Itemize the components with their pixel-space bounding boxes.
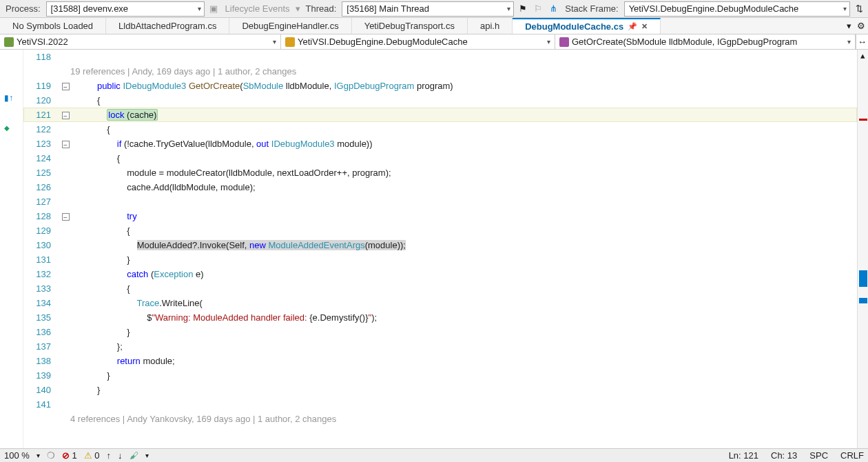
line-number: 124 [23,151,58,165]
cleanup-icon[interactable]: 🖌 [130,450,138,461]
line-number: 122 [23,122,58,137]
nav-member-value: GetOrCreate(SbModule lldbModule, IGgpDeb… [572,37,797,47]
zoom-caret-icon[interactable]: ▾ [37,452,40,459]
flag-icon[interactable]: ⚑ [517,3,529,15]
pin-icon[interactable]: 📌 [628,22,637,31]
warning-icon: ⚠ [84,450,92,461]
line-number: 138 [23,354,58,368]
line-number: 123 [23,137,58,151]
line-number: 118 [23,50,58,64]
line-number: 119 [23,79,58,93]
selection: ModuleAdded?.Invoke(Self, new ModuleAdde… [137,240,406,250]
nav-down-icon[interactable]: ↓ [118,450,123,461]
cleanup-caret-icon[interactable]: ▾ [145,452,149,459]
fold-toggle[interactable] [58,137,74,151]
viewport-marker[interactable] [859,270,867,287]
fold-toggle[interactable] [58,79,74,93]
stackframe-value: YetiVSI.DebugEngine.DebugModuleCache [629,3,799,14]
line-number: 131 [23,252,58,267]
glyph-margin: ▮↑ ◆ [0,50,23,448]
method-icon [559,37,569,47]
highlighted-symbol: lock (cache) [107,109,158,121]
codelens-info[interactable]: 4 references | Andy Yankovsky, 169 days … [70,412,336,426]
line-number: 135 [23,310,58,325]
flag-outline-icon: ⚐ [532,3,544,15]
nav-class-value: YetiVSI.DebugEngine.DebugModuleCache [298,37,468,47]
process-dropdown[interactable]: [31588] devenv.exe [46,1,205,17]
caret-marker [859,298,867,303]
nav-member-dropdown[interactable]: GetOrCreate(SbModule lldbModule, IGgpDeb… [555,34,856,49]
line-number: 128 [23,209,58,223]
thread-dropdown[interactable]: [35168] Main Thread [342,1,514,17]
line-number: 129 [23,223,58,238]
error-marker[interactable] [859,119,867,121]
zoom-level[interactable]: 100 % [4,450,30,461]
document-tabstrip: No Symbols Loaded LldbAttachedProgram.cs… [0,18,868,34]
line-number: 130 [23,238,58,252]
show-threads-icon[interactable]: ⋔ [547,3,559,15]
error-icon: ⊘ [62,450,70,461]
class-icon [285,37,295,47]
bookmark-icon: ◆ [4,124,10,132]
line-number: 140 [23,383,58,397]
tab-yetidebugtransport[interactable]: YetiDebugTransport.cs [352,18,468,34]
overview-ruler[interactable]: ▴ [857,50,868,448]
line-number: 132 [23,267,58,281]
csharp-project-icon [4,37,14,47]
window-options-icon[interactable]: ⚙ [854,18,868,34]
lifecycle-icon: ▣ [207,3,220,15]
warning-count[interactable]: ⚠ 0 [84,450,100,461]
code-area[interactable]: 118 19 references | Andy, 169 days ago |… [23,50,857,448]
line-number: 127 [23,194,58,209]
cursor-line[interactable]: Ln: 121 [729,450,758,461]
line-number: 125 [23,165,58,180]
line-number: 136 [23,325,58,339]
nav-project-dropdown[interactable]: YetiVSI.2022 [0,34,281,49]
line-number: 121 [23,108,58,122]
fold-toggle[interactable] [58,209,74,223]
line-number: 139 [23,368,58,383]
health-icon[interactable]: ❍ [47,450,55,461]
indent-mode[interactable]: SPC [809,450,828,461]
line-number: 141 [23,397,58,412]
cursor-char[interactable]: Ch: 13 [771,450,797,461]
lineending-mode[interactable]: CRLF [840,450,864,461]
fold-toggle[interactable] [58,108,74,122]
process-label: Process: [3,3,43,14]
method-marker-icon: ▮↑ [4,93,13,103]
navigation-bar: YetiVSI.2022 YetiVSI.DebugEngine.DebugMo… [0,34,868,50]
tab-debugmodulecache[interactable]: DebugModuleCache.cs 📌 ✕ [513,18,661,34]
lifecycle-caret-icon: ▾ [296,3,300,14]
line-number: 133 [23,281,58,296]
tab-debugenginehandler[interactable]: DebugEngineHandler.cs [229,18,351,34]
close-icon[interactable]: ✕ [641,22,648,31]
nav-class-dropdown[interactable]: YetiVSI.DebugEngine.DebugModuleCache [281,34,555,49]
line-number: 126 [23,180,58,194]
lifecycle-label: Lifecycle Events [223,3,293,14]
stackframe-label: Stack Frame: [562,3,621,14]
editor-statusbar: 100 %▾ ❍ ⊘ 1 ⚠ 0 ↑ ↓ 🖌▾ Ln: 121 Ch: 13 S… [0,448,868,462]
stackframe-dropdown[interactable]: YetiVSI.DebugEngine.DebugModuleCache [624,1,850,17]
codelens-info[interactable]: 19 references | Andy, 169 days ago | 1 a… [70,64,296,79]
thread-value: [35168] Main Thread [347,3,429,14]
tab-lldbattached[interactable]: LldbAttachedProgram.cs [106,18,229,34]
line-number: 120 [23,93,58,108]
line-number: 137 [23,339,58,354]
line-number: 134 [23,296,58,310]
error-count[interactable]: ⊘ 1 [62,450,77,461]
active-files-caret-icon[interactable]: ▾ [844,18,854,34]
process-value: [31588] devenv.exe [51,3,129,14]
stackframe-nav-icon[interactable]: ⇅ [853,3,865,15]
debug-toolbar: Process: [31588] devenv.exe ▣ Lifecycle … [0,0,868,18]
nav-project-value: YetiVSI.2022 [17,37,68,47]
tab-no-symbols[interactable]: No Symbols Loaded [0,18,106,34]
thread-label: Thread: [303,3,340,14]
split-editor-icon[interactable]: ↔ [856,34,868,49]
nav-up-icon[interactable]: ↑ [107,450,112,461]
code-editor[interactable]: ▮↑ ◆ 118 19 references | Andy, 169 days … [0,50,868,448]
tab-api[interactable]: api.h [468,18,513,34]
current-line: 121 lock (cache) [23,108,857,122]
scroll-up-icon[interactable]: ▴ [858,50,868,61]
